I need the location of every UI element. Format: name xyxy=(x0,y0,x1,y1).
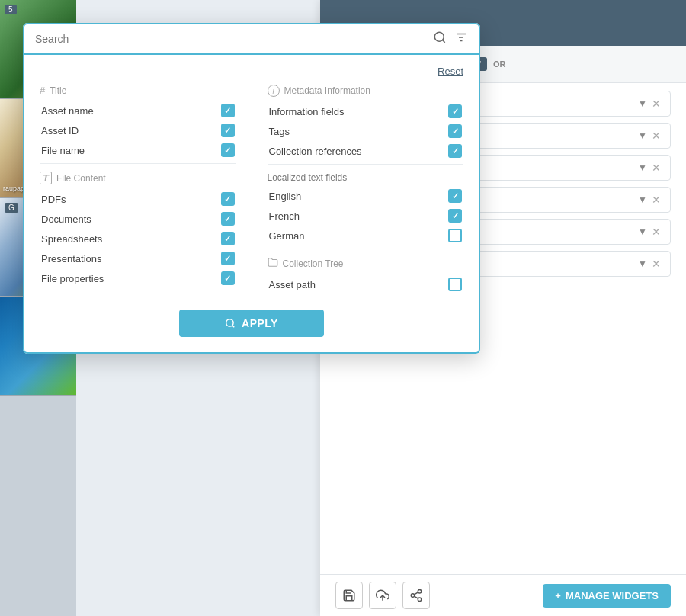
svg-line-13 xyxy=(232,326,235,328)
info-fields-checkbox[interactable]: ✓ xyxy=(448,104,462,118)
divider-1 xyxy=(40,163,236,164)
save-icon-btn[interactable] xyxy=(335,582,363,609)
col-divider xyxy=(252,85,252,297)
filter-row-4-dropdown[interactable]: ▼ xyxy=(638,194,647,205)
creation-date-close[interactable]: ✕ xyxy=(652,258,661,270)
bottom-icons xyxy=(335,582,430,609)
tags-label: Tags xyxy=(269,126,290,137)
hash-icon: # xyxy=(40,85,45,96)
svg-line-4 xyxy=(414,596,418,598)
file-properties-item: File properties ✓ xyxy=(40,271,236,285)
asset-name-label: Asset name xyxy=(41,105,94,117)
documents-checkbox[interactable]: ✓ xyxy=(221,212,235,226)
spreadsheets-label: Spreadsheets xyxy=(41,233,102,245)
file-properties-checkbox[interactable]: ✓ xyxy=(221,271,235,285)
filter-row-2-close[interactable]: ✕ xyxy=(652,130,661,142)
pdfs-item: PDFs ✓ xyxy=(40,192,236,206)
divider-3 xyxy=(268,249,464,249)
presentations-checkbox[interactable]: ✓ xyxy=(221,252,235,265)
sidebar-badge-3: G xyxy=(5,203,18,213)
filter-row-3-dropdown[interactable]: ▼ xyxy=(638,162,647,173)
metadata-section-label: Metadata Information xyxy=(284,85,370,96)
collection-tree-header: Collection Tree xyxy=(268,257,464,270)
spreadsheets-checkbox[interactable]: ✓ xyxy=(221,232,235,245)
german-checkbox[interactable] xyxy=(448,229,462,242)
search-dropdown-panel: Reset # Title Asset name ✓ Asset ID xyxy=(23,55,480,354)
svg-point-2 xyxy=(411,594,415,598)
collection-refs-checkbox[interactable]: ✓ xyxy=(448,144,462,158)
search-bar-icons xyxy=(433,30,468,47)
pdfs-checkbox[interactable]: ✓ xyxy=(221,192,235,206)
german-label: German xyxy=(269,230,305,242)
filter-row-2-actions: ▼ ✕ xyxy=(638,130,661,142)
search-popup: Reset # Title Asset name ✓ Asset ID xyxy=(23,23,480,354)
apply-search-icon xyxy=(225,318,236,329)
filter-toggle-button[interactable] xyxy=(454,30,468,47)
french-label: French xyxy=(269,210,300,222)
asset-name-checkbox[interactable]: ✓ xyxy=(221,104,235,117)
english-checkbox[interactable]: ✓ xyxy=(448,189,462,203)
svg-line-8 xyxy=(442,40,444,42)
creation-date-row-actions: ▼ ✕ xyxy=(638,258,661,270)
presentations-item: Presentations ✓ xyxy=(40,252,236,265)
pdfs-label: PDFs xyxy=(41,194,66,205)
english-item: English ✓ xyxy=(268,189,464,203)
file-name-item: File name ✓ xyxy=(40,143,236,157)
search-submit-button[interactable] xyxy=(433,30,447,47)
info-fields-label: Information fields xyxy=(269,106,345,117)
file-name-label: File name xyxy=(41,145,85,156)
filter-row-1-dropdown[interactable]: ▼ xyxy=(638,98,647,109)
search-input[interactable] xyxy=(35,33,433,45)
or-label: OR xyxy=(493,59,506,69)
bottom-bar: + MANAGE WIDGETS xyxy=(320,574,686,616)
filter-row-2-dropdown[interactable]: ▼ xyxy=(638,130,647,141)
apply-btn-row: APPLY xyxy=(40,310,463,337)
french-checkbox[interactable]: ✓ xyxy=(448,209,462,223)
asset-path-item: Asset path xyxy=(268,278,464,291)
spreadsheets-item: Spreadsheets ✓ xyxy=(40,232,236,245)
filter-row-3-close[interactable]: ✕ xyxy=(652,162,661,174)
file-content-section-header: T File Content xyxy=(40,172,236,184)
file-name-checkbox[interactable]: ✓ xyxy=(221,143,235,157)
upload-icon-btn[interactable] xyxy=(369,582,396,609)
localized-text-label: Localized text fields xyxy=(268,172,464,183)
asset-id-checkbox[interactable]: ✓ xyxy=(221,124,235,137)
filter-row-3-actions: ▼ ✕ xyxy=(638,162,661,174)
two-col-layout: # Title Asset name ✓ Asset ID ✓ File n xyxy=(40,85,463,297)
manage-widgets-plus: + xyxy=(555,590,561,602)
title-section-label: Title xyxy=(50,85,66,96)
presentations-label: Presentations xyxy=(41,253,102,265)
date-close[interactable]: ✕ xyxy=(652,226,661,238)
date-dropdown[interactable]: ▼ xyxy=(638,226,647,237)
svg-point-3 xyxy=(418,598,422,602)
asset-path-label: Asset path xyxy=(269,279,316,290)
documents-item: Documents ✓ xyxy=(40,212,236,226)
date-row-actions: ▼ ✕ xyxy=(638,226,661,238)
collection-refs-item: Collection references ✓ xyxy=(268,144,464,158)
svg-point-12 xyxy=(226,319,233,326)
search-bar xyxy=(23,23,480,55)
reset-button[interactable]: Reset xyxy=(438,66,463,77)
apply-label: APPLY xyxy=(242,317,278,329)
german-item: German xyxy=(268,229,464,242)
manage-widgets-button[interactable]: + MANAGE WIDGETS xyxy=(543,584,671,608)
share-icon-btn[interactable] xyxy=(402,582,430,609)
apply-button[interactable]: APPLY xyxy=(179,310,324,337)
tags-item: Tags ✓ xyxy=(268,124,464,138)
collection-refs-label: Collection references xyxy=(269,146,362,157)
info-icon: i xyxy=(268,85,280,97)
sidebar-badge-1: 5 xyxy=(5,5,17,14)
filter-row-4-actions: ▼ ✕ xyxy=(638,194,661,206)
filter-row-1-close[interactable]: ✕ xyxy=(652,98,661,110)
right-column: i Metadata Information Information field… xyxy=(268,85,464,297)
creation-date-dropdown[interactable]: ▼ xyxy=(638,258,647,269)
tags-checkbox[interactable]: ✓ xyxy=(448,124,462,138)
collection-tree-label: Collection Tree xyxy=(283,258,344,269)
filter-row-1-actions: ▼ ✕ xyxy=(638,98,661,110)
title-section-header: # Title xyxy=(40,85,236,96)
svg-point-1 xyxy=(418,590,422,594)
info-fields-item: Information fields ✓ xyxy=(268,104,464,118)
filter-icon xyxy=(454,30,468,44)
asset-path-checkbox[interactable] xyxy=(448,278,462,291)
filter-row-4-close[interactable]: ✕ xyxy=(652,194,661,206)
